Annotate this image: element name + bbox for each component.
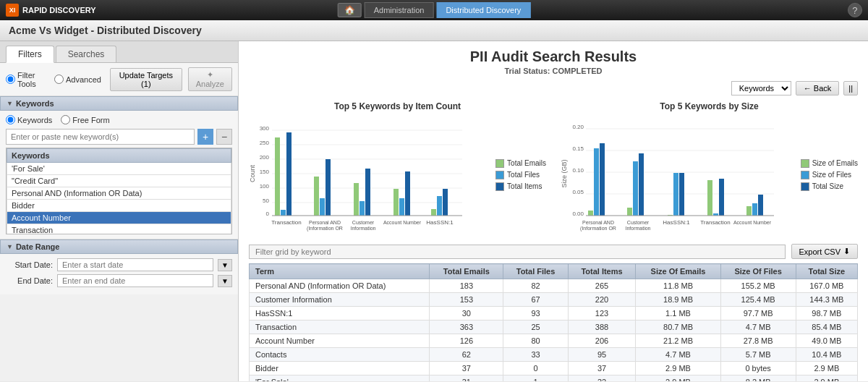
table-cell: 37 <box>568 362 636 375</box>
chart2-svg-wrap: Size (GB) 0.00 0.05 0.10 0.15 0.20 <box>561 116 795 234</box>
svg-text:300: 300 <box>260 125 270 132</box>
results-col-header: Term <box>250 264 430 279</box>
table-cell: 183 <box>430 279 503 293</box>
tab-filters[interactable]: Filters <box>6 46 54 63</box>
free-form-radio-label[interactable]: Free Form <box>61 115 109 124</box>
filter-tools-radio[interactable] <box>6 75 15 84</box>
keyword-add-button[interactable]: + <box>197 129 213 145</box>
keyword-row[interactable]: 'For Sale' <box>7 163 231 175</box>
legend-color-emails <box>495 159 504 168</box>
legend-item-emails: Total Emails <box>495 159 546 168</box>
dropdown-row: Keywords ← Back || <box>249 81 858 96</box>
page-title: Acme Vs Widget - Distributed Discovery <box>0 20 868 41</box>
keywords-radio-label[interactable]: Keywords <box>6 115 52 124</box>
export-csv-button[interactable]: Export CSV ⬇ <box>791 244 858 259</box>
home-button[interactable]: 🏠 <box>338 3 362 17</box>
svg-text:0.10: 0.10 <box>572 167 584 174</box>
legend-label-files: Total Files <box>507 171 540 179</box>
table-cell: 93 <box>503 307 568 321</box>
table-cell: 'For Sale' <box>250 375 430 382</box>
legend2-color-total <box>801 182 809 191</box>
bar <box>758 195 763 216</box>
free-form-mode-radio[interactable] <box>61 115 70 124</box>
bar <box>431 209 436 216</box>
keyword-row[interactable]: Transaction <box>7 224 231 235</box>
date-range-arrow-icon: ▼ <box>7 243 13 250</box>
table-cell: 80 <box>503 334 568 348</box>
keywords-section-header[interactable]: ▼ Keywords <box>0 96 238 111</box>
keyword-remove-button[interactable]: − <box>216 129 232 145</box>
table-row[interactable]: Contacts6233954.7 MB5.7 MB10.4 MB <box>250 348 858 362</box>
table-cell: 363 <box>430 321 503 334</box>
keyword-cell: Bidder <box>7 200 231 212</box>
update-targets-button[interactable]: Update Targets (1) <box>110 68 182 91</box>
keywords-radio-row: Keywords Free Form <box>6 115 232 124</box>
trial-status-label: Trial Status: <box>504 67 550 75</box>
table-cell: 1 <box>503 375 568 382</box>
back-button[interactable]: ← Back <box>796 81 840 96</box>
table-row[interactable]: Personal AND (Information OR Data)183822… <box>250 279 858 293</box>
svg-text:HasSSN:1: HasSSN:1 <box>663 219 690 226</box>
table-cell: 1.1 MB <box>636 307 720 321</box>
table-cell: 98.7 MB <box>796 307 857 321</box>
table-row[interactable]: HasSSN:130931231.1 MB97.7 MB98.7 MB <box>250 307 858 321</box>
nav-tab-administration[interactable]: Administration <box>365 2 434 18</box>
nav-tab-distributed-discovery[interactable]: Distributed Discovery <box>436 2 530 18</box>
table-cell: HasSSN:1 <box>250 307 430 321</box>
keyword-row[interactable]: Personal AND (Information OR Data) <box>7 187 231 200</box>
table-row[interactable]: Bidder370372.9 MB0 bytes2.9 MB <box>250 362 858 375</box>
svg-text:Customer: Customer <box>627 220 650 225</box>
keywords-mode-radio[interactable] <box>6 115 15 124</box>
svg-text:Personal AND: Personal AND <box>582 220 614 225</box>
end-date-input[interactable] <box>57 274 213 287</box>
start-date-input[interactable] <box>57 258 213 271</box>
table-cell: 0 <box>503 362 568 375</box>
svg-text:0.15: 0.15 <box>572 145 584 152</box>
table-row[interactable]: Customer Information1536722018.9 MB125.4… <box>250 293 858 307</box>
bar <box>354 183 359 216</box>
start-date-picker-button[interactable]: ▼ <box>218 259 232 271</box>
legend2-label-emails: Size of Emails <box>812 159 858 167</box>
svg-text:HasSSN:1: HasSSN:1 <box>426 219 454 226</box>
advanced-radio[interactable] <box>54 75 64 84</box>
keywords-table-wrapper: Keywords 'For Sale'"Credit Card"Personal… <box>6 148 232 234</box>
keyword-input[interactable] <box>6 129 195 145</box>
tabs-row: Filters Searches <box>0 41 238 63</box>
tab-searches[interactable]: Searches <box>56 46 117 62</box>
end-date-picker-button[interactable]: ▼ <box>218 275 232 287</box>
bar <box>600 143 605 216</box>
filter-tools-radio-label[interactable]: Filter Tools <box>6 71 48 88</box>
date-range-section-header[interactable]: ▼ Date Range <box>0 239 238 254</box>
bar <box>594 148 599 216</box>
logo-icon: XI <box>6 4 19 17</box>
table-cell: 82 <box>503 279 568 293</box>
pause-button[interactable]: || <box>843 81 858 96</box>
svg-text:Personal AND: Personal AND <box>309 220 341 225</box>
bar <box>399 198 404 216</box>
bar <box>326 159 331 216</box>
table-cell: 206 <box>568 334 636 348</box>
grid-filter-input[interactable] <box>249 245 786 259</box>
help-button[interactable]: ? <box>848 3 862 17</box>
chart2-legend: Size of Emails Size of Files Total Size <box>801 116 858 234</box>
logo-text: RAPID DISCOVERY <box>22 6 96 14</box>
table-row[interactable]: Transaction3632538880.7 MB4.7 MB85.4 MB <box>250 321 858 334</box>
legend2-color-files <box>801 171 809 179</box>
table-row[interactable]: 'For Sale'311322.9 MB8.2 MB2.9 MB <box>250 375 858 382</box>
keyword-row[interactable]: "Credit Card" <box>7 175 231 187</box>
keyword-cell: Account Number <box>7 212 231 224</box>
keyword-row[interactable]: Account Number <box>7 212 231 224</box>
bar <box>443 189 448 216</box>
svg-text:100: 100 <box>260 183 270 190</box>
nav-center: 🏠 Administration Distributed Discovery <box>338 2 531 18</box>
keyword-row[interactable]: Bidder <box>7 200 231 212</box>
table-row[interactable]: Account Number1268020621.2 MB27.8 MB49.0… <box>250 334 858 348</box>
keywords-dropdown[interactable]: Keywords <box>731 81 791 96</box>
advanced-radio-label[interactable]: Advanced <box>54 75 101 84</box>
svg-text:Account Number: Account Number <box>383 220 422 225</box>
end-date-label: End Date: <box>6 276 53 285</box>
trial-status: Trial Status: COMPLETED <box>249 67 858 75</box>
bar <box>281 210 286 216</box>
analyze-button[interactable]: ✦ Analyze <box>188 67 232 91</box>
bar <box>679 173 684 216</box>
